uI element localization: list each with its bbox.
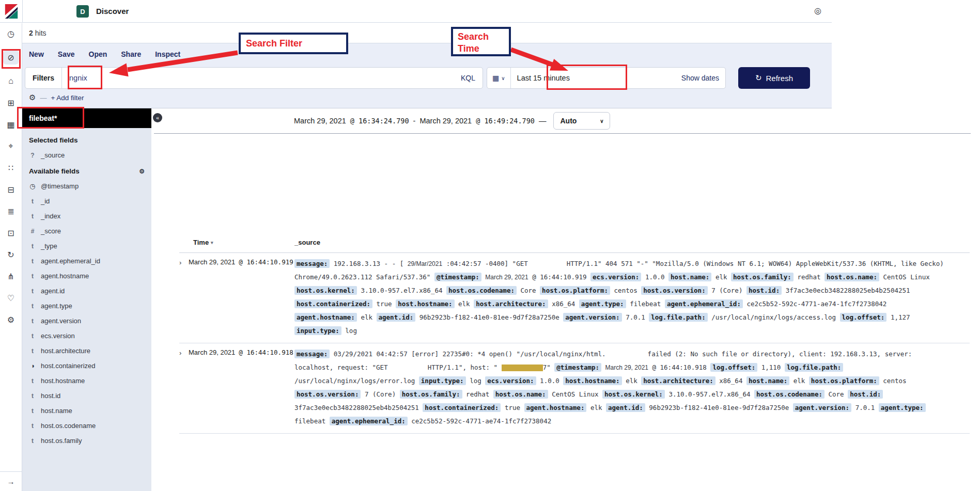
interval-select[interactable]: Auto ∨ bbox=[553, 112, 610, 130]
text-type-icon: t bbox=[29, 288, 36, 295]
field-key-badge: host.os.name: bbox=[493, 390, 548, 399]
field-key-badge: @timestamp: bbox=[434, 273, 481, 281]
field-item-_index[interactable]: t_index bbox=[29, 212, 145, 220]
uptime-icon[interactable]: ↻ bbox=[3, 249, 19, 260]
left-nav: ◷⊘⌂⊞▦⌖∷⊟≣⊡↻⋔♡⚙ → bbox=[0, 23, 22, 491]
field-item-_id[interactable]: t_id bbox=[29, 197, 145, 205]
dev-tools-icon[interactable]: ⋔ bbox=[3, 271, 19, 281]
field-key-badge: ecs.version: bbox=[590, 273, 641, 281]
field-name: agent.ephemeral_id bbox=[41, 257, 100, 265]
field-item-agent.id[interactable]: tagent.id bbox=[29, 287, 145, 295]
add-filter-button[interactable]: + Add filter bbox=[51, 94, 84, 102]
kibana-logo[interactable] bbox=[4, 4, 19, 19]
hits-count: 2 bbox=[29, 29, 33, 37]
field-key-badge: host.containerized: bbox=[294, 299, 372, 308]
field-key-badge: host.hostname: bbox=[396, 299, 454, 308]
field-key-badge: agent.type: bbox=[579, 299, 626, 308]
search-chrome: NewSaveOpenShareInspect Filters ngnix KQ… bbox=[22, 43, 832, 108]
field-key-badge: message: bbox=[294, 350, 330, 358]
field-item-ecs.version[interactable]: tecs.version bbox=[29, 332, 145, 340]
machine-learning-icon[interactable]: ∷ bbox=[3, 163, 19, 173]
calendar-dropdown-button[interactable]: ▦ ∨ bbox=[487, 68, 511, 88]
menu-item-save[interactable]: Save bbox=[58, 50, 75, 58]
field-key-badge: host.os.version: bbox=[641, 286, 707, 295]
field-item-agent.type[interactable]: tagent.type bbox=[29, 302, 145, 310]
redacted-gap bbox=[532, 264, 563, 266]
field-name: host.architecture bbox=[41, 347, 90, 355]
field-item-host.architecture[interactable]: thost.architecture bbox=[29, 347, 145, 355]
field-item-host.os.codename[interactable]: thost.os.codename bbox=[29, 422, 145, 430]
field-key-badge: host.hostname: bbox=[563, 376, 621, 385]
doc-time-cell: March 29, 2021@ 16:44:10.919 bbox=[189, 257, 294, 338]
search-input[interactable]: ngnix bbox=[62, 74, 461, 82]
available-fields-title: Available fields ⚙ bbox=[29, 167, 145, 175]
field-key-badge: agent.id: bbox=[606, 403, 645, 412]
field-item-@timestamp[interactable]: ◷@timestamp bbox=[29, 182, 145, 190]
doc-time-time: @ 16:44:10.918 bbox=[239, 349, 293, 356]
collapse-sidebar-button[interactable]: « bbox=[153, 113, 162, 122]
field-item-host.os.family[interactable]: thost.os.family bbox=[29, 437, 145, 445]
field-item-_score[interactable]: #_score bbox=[29, 227, 145, 235]
field-item-agent.version[interactable]: tagent.version bbox=[29, 317, 145, 325]
menu-item-share[interactable]: Share bbox=[121, 50, 141, 58]
show-dates-button[interactable]: Show dates bbox=[681, 74, 725, 82]
number-type-icon: # bbox=[29, 228, 36, 235]
field-name: @timestamp bbox=[41, 182, 79, 190]
field-key-badge: host.os.version: bbox=[294, 390, 361, 399]
filters-button[interactable]: Filters bbox=[25, 68, 62, 88]
field-item-_source[interactable]: ?_source bbox=[29, 151, 145, 159]
filter-bar-divider: — bbox=[40, 94, 46, 102]
logs-icon[interactable]: ≣ bbox=[3, 206, 19, 216]
field-key-badge: host.architecture: bbox=[641, 376, 715, 385]
field-key-badge: host.os.family: bbox=[400, 390, 462, 399]
field-name: agent.hostname bbox=[41, 272, 89, 280]
management-icon[interactable]: ⚙ bbox=[3, 314, 19, 325]
monitoring-icon[interactable]: ♡ bbox=[3, 293, 19, 303]
clock-icon[interactable]: ◷ bbox=[3, 28, 19, 39]
field-name: host.os.family bbox=[41, 437, 82, 445]
menu-item-new[interactable]: New bbox=[29, 50, 44, 58]
menu-item-open[interactable]: Open bbox=[89, 50, 107, 58]
field-item-host.name[interactable]: thost.name bbox=[29, 407, 145, 415]
menu-item-inspect[interactable]: Inspect bbox=[155, 50, 180, 58]
field-key-badge: log.offset: bbox=[710, 363, 757, 372]
filter-settings-gear-icon[interactable]: ⚙ bbox=[29, 93, 36, 102]
time-highlight-rect bbox=[547, 65, 627, 90]
doc-time-cell: March 29, 2021@ 16:44:10.918 bbox=[189, 347, 294, 428]
visualize-icon[interactable]: ⌂ bbox=[3, 76, 19, 86]
field-name: _id bbox=[41, 197, 50, 205]
field-key-badge: agent.id: bbox=[377, 313, 416, 322]
header-divider bbox=[22, 0, 23, 23]
nav-collapse-button[interactable]: → bbox=[0, 471, 22, 491]
field-item-host.hostname[interactable]: thost.hostname bbox=[29, 377, 145, 385]
field-item-agent.ephemeral_id[interactable]: tagent.ephemeral_id bbox=[29, 257, 145, 265]
field-key-badge: host.name: bbox=[746, 376, 789, 385]
kql-toggle[interactable]: KQL bbox=[461, 74, 483, 82]
dashboard-icon[interactable]: ▦ bbox=[3, 119, 19, 130]
text-type-icon: t bbox=[29, 213, 36, 220]
expand-row-icon[interactable]: › bbox=[179, 257, 189, 338]
discover-app-icon: D bbox=[76, 5, 89, 18]
chevron-down-icon: ∨ bbox=[501, 75, 505, 81]
apm-icon[interactable]: ⊡ bbox=[3, 228, 19, 238]
top-header: D Discover ◎ bbox=[0, 0, 832, 23]
refresh-button[interactable]: ↻ Refresh bbox=[738, 67, 810, 89]
time-column-header[interactable]: Time ▾ bbox=[193, 239, 294, 246]
maps-icon[interactable]: ⌖ bbox=[3, 141, 19, 151]
doc-source-cell: message: 192.168.3.13 - - [ 29/Mar/2021 … bbox=[294, 257, 948, 338]
metrics-icon[interactable]: ⊟ bbox=[3, 184, 19, 195]
canvas-icon[interactable]: ⊞ bbox=[3, 98, 19, 108]
field-item-_type[interactable]: t_type bbox=[29, 242, 145, 250]
field-item-agent.hostname[interactable]: tagent.hostname bbox=[29, 272, 145, 280]
field-settings-gear-icon[interactable]: ⚙ bbox=[139, 168, 145, 175]
hits-label: hits bbox=[35, 29, 46, 37]
field-key-badge: input.type: bbox=[419, 376, 466, 385]
expand-row-icon[interactable]: › bbox=[179, 347, 189, 428]
header-menu-icon[interactable]: ◎ bbox=[814, 6, 821, 15]
field-item-host.containerized[interactable]: ◑host.containerized bbox=[29, 362, 145, 370]
document-row: ›March 29, 2021@ 16:44:10.919message: 19… bbox=[179, 253, 970, 343]
field-key-badge: agent.hostname: bbox=[294, 313, 357, 322]
refresh-icon: ↻ bbox=[755, 73, 762, 83]
range-end-time: @ 16:49:24.790 bbox=[476, 117, 535, 125]
field-item-host.id[interactable]: thost.id bbox=[29, 392, 145, 400]
